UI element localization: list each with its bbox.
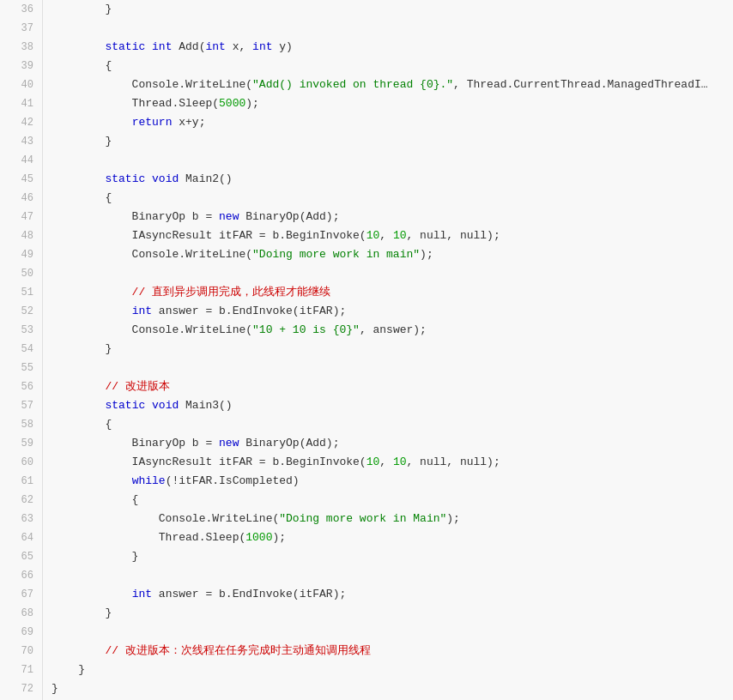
code-line [51, 359, 733, 377]
code-token: { [51, 493, 138, 506]
code-token: new [219, 210, 239, 223]
code-token: , null, null); [407, 229, 500, 242]
code-token: { [51, 418, 112, 431]
code-token: , Thread.CurrentThread.ManagedThreadI… [453, 78, 707, 91]
code-line: static int Add(int x, int y) [51, 38, 733, 57]
code-line: IAsyncResult itFAR = b.BeginInvoke(10, 1… [51, 453, 733, 472]
code-line [51, 151, 733, 170]
code-token: Thread.Sleep( [51, 97, 219, 110]
line-number: 43 [9, 132, 33, 151]
code-token [51, 380, 105, 393]
code-token: return [132, 116, 173, 129]
code-token: Main2() [179, 172, 232, 185]
code-token: BinaryOp(Add); [239, 437, 339, 450]
code-token: Add( [172, 40, 205, 53]
code-token: x+y; [172, 116, 205, 129]
line-number: 42 [9, 113, 33, 132]
code-line: { [51, 57, 733, 75]
code-line: static void Main3() [51, 396, 733, 415]
code-token: ); [420, 248, 433, 261]
code-line: { [51, 491, 733, 510]
code-token: , [379, 229, 393, 242]
code-token: ); [272, 531, 286, 544]
code-token: y) [273, 40, 293, 53]
code-token: int [132, 305, 152, 317]
code-line: BinaryOp b = new BinaryOp(Add); [51, 434, 733, 453]
code-line [51, 566, 733, 585]
line-number: 53 [9, 321, 33, 340]
code-token: static [105, 399, 145, 412]
code-token: Thread.Sleep( [51, 531, 245, 544]
line-number: 69 [9, 623, 33, 642]
code-token [51, 474, 132, 487]
code-token [145, 399, 152, 412]
code-line: } [51, 132, 733, 151]
code-token [51, 305, 132, 317]
code-token: Main3() [179, 399, 232, 412]
code-token: { [51, 59, 112, 72]
line-number: 62 [9, 491, 33, 510]
code-line: } [51, 679, 733, 698]
line-number: 47 [9, 208, 33, 226]
code-token [51, 40, 105, 53]
code-token: } [51, 3, 112, 15]
line-number: 48 [9, 226, 33, 245]
code-token: , answer); [360, 323, 427, 336]
code-line: Console.WriteLine("Add() invoked on thre… [51, 75, 733, 94]
code-token [51, 399, 105, 412]
line-number: 37 [9, 19, 33, 38]
code-token: BinaryOp b = [51, 210, 219, 223]
code-token: new [219, 437, 239, 450]
line-number: 40 [9, 75, 33, 94]
code-token: } [51, 550, 138, 563]
code-line [51, 623, 733, 642]
code-token: } [51, 606, 112, 619]
code-token: ); [446, 512, 460, 525]
code-line: { [51, 189, 733, 208]
code-line: } [51, 547, 733, 566]
code-token: Console.WriteLine( [51, 512, 279, 525]
line-number: 55 [9, 359, 33, 377]
code-token: IAsyncResult itFAR = b.BeginInvoke( [51, 229, 366, 242]
code-content: } static int Add(int x, int y) { Console… [43, 0, 733, 700]
line-number: 68 [9, 604, 33, 623]
code-token: int [132, 588, 152, 600]
line-number: 64 [9, 528, 33, 547]
code-token: , [379, 456, 393, 468]
code-token: (!itFAR.IsCompleted) [166, 474, 300, 487]
line-number: 65 [9, 547, 33, 566]
code-token: x, [226, 40, 252, 53]
code-token [51, 644, 105, 657]
code-editor: 3637383940414243444546474849505152535455… [0, 0, 733, 700]
line-number: 66 [9, 566, 33, 585]
code-line: // 改进版本：次线程在任务完成时主动通知调用线程 [51, 642, 733, 661]
code-token: void [152, 399, 179, 412]
line-number: 57 [9, 396, 33, 415]
code-token [51, 116, 132, 129]
code-token: } [51, 342, 112, 355]
code-line: Console.WriteLine("10 + 10 is {0}", answ… [51, 321, 733, 340]
line-number: 61 [9, 472, 33, 491]
line-number: 46 [9, 189, 33, 208]
code-line: IAsyncResult itFAR = b.BeginInvoke(10, 1… [51, 226, 733, 245]
line-number: 52 [9, 302, 33, 321]
line-number-gutter: 3637383940414243444546474849505152535455… [0, 0, 43, 700]
line-number: 45 [9, 170, 33, 189]
code-token [51, 172, 105, 185]
code-line [51, 19, 733, 38]
code-token: 10 [393, 456, 407, 468]
code-token: "Doing more work in main" [252, 248, 420, 261]
code-token [51, 588, 132, 600]
code-token: // 直到异步调用完成，此线程才能继续 [51, 286, 330, 299]
code-line: // 直到异步调用完成，此线程才能继续 [51, 283, 733, 302]
code-token: } [51, 663, 85, 676]
code-token: static [105, 40, 145, 53]
code-line: Console.WriteLine("Doing more work in Ma… [51, 510, 733, 528]
code-token: IAsyncResult itFAR = b.BeginInvoke( [51, 456, 366, 468]
code-token: } [51, 682, 58, 695]
line-number: 49 [9, 245, 33, 264]
code-token: int [152, 40, 172, 53]
code-line [51, 264, 733, 283]
code-token: Console.WriteLine( [51, 323, 252, 336]
line-number: 38 [9, 38, 33, 57]
